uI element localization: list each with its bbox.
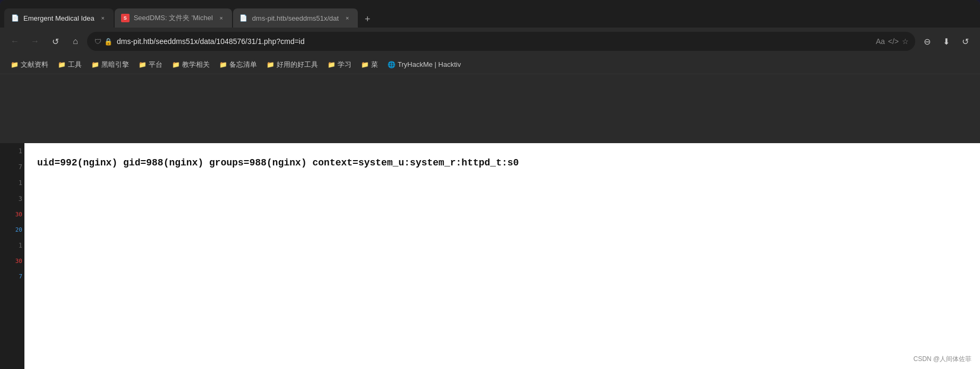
refresh-icon: ↺ [52, 37, 59, 47]
tab-dms-pit[interactable]: 📄 dms-pit.htb/seeddms51x/dat × [233, 8, 358, 28]
indicator-7-blue: 7 [2, 273, 22, 280]
folder-icon: 📁 [11, 61, 19, 68]
line-num-3: 3 [2, 195, 22, 203]
bottom-attribution: CSDN @人间体佐菲 [913, 355, 972, 364]
tab3-title: dms-pit.htb/seeddms51x/dat [252, 14, 339, 22]
forward-button[interactable]: → [27, 33, 44, 50]
bookmark-jiaoxue-label: 教学相关 [182, 60, 210, 69]
forward-icon: → [31, 37, 39, 46]
nav-bar: ← → ↺ ⌂ 🛡 🔒 Aa </> ☆ ⊖ [0, 28, 980, 55]
bookmark-heidark[interactable]: 📁 黑暗引擎 [87, 58, 133, 72]
address-bar-left-icons: 🛡 🔒 [93, 37, 113, 46]
bookmark-haoyong[interactable]: 📁 好用的好工具 [262, 58, 322, 72]
folder-icon: 📁 [139, 61, 147, 68]
home-button[interactable]: ⌂ [67, 33, 84, 50]
folder-icon: 📁 [58, 61, 66, 68]
line-num-1b: 1 [2, 179, 22, 187]
home-icon: ⌂ [73, 37, 78, 46]
tab-emergent-medical-idea[interactable]: 📄 Emergent Medical Idea × [4, 8, 114, 28]
bookmark-pingtai-label: 平台 [149, 60, 162, 69]
bookmark-cai-label: 菜 [371, 60, 378, 69]
bookmark-jiaoxue[interactable]: 📁 教学相关 [168, 58, 214, 72]
history-back-button[interactable]: ↺ [957, 33, 974, 50]
tab-bar: 📄 Emergent Medical Idea × S SeedDMS: 文件夹… [0, 0, 980, 28]
folder-icon: 📁 [267, 61, 274, 68]
line-num-1c: 1 [2, 242, 22, 249]
download-button[interactable]: ⬇ [938, 33, 955, 50]
folder-icon: 📁 [361, 61, 369, 68]
tab2-title: SeedDMS: 文件夹 'Michel [134, 13, 213, 23]
bookmark-beiwang-label: 备忘清单 [229, 60, 257, 69]
download-icon: ⬇ [943, 37, 950, 47]
left-code-panel: 1 7 1 3 30 20 1 30 7 [0, 143, 24, 369]
bookmark-xuexi-label: 学习 [338, 60, 351, 69]
tab1-favicon-icon: 📄 [11, 14, 19, 22]
bookmark-haoyong-label: 好用的好工具 [277, 60, 318, 69]
tab2-favicon-icon: S [121, 14, 130, 22]
bookmark-cai[interactable]: 📁 菜 [357, 58, 382, 72]
folder-icon: 📁 [172, 61, 180, 68]
lock-icon: 🔒 [104, 37, 113, 46]
address-input[interactable] [117, 37, 872, 46]
bookmark-wenxian-label: 文献资料 [21, 60, 48, 69]
nav-right-icons: ⊖ ⬇ ↺ [918, 33, 974, 50]
bookmark-heidark-label: 黑暗引擎 [101, 60, 129, 69]
pocket-button[interactable]: ⊖ [918, 33, 935, 50]
bookmark-wenxian[interactable]: 📁 文献资料 [6, 58, 53, 72]
tab3-close-button[interactable]: × [343, 14, 351, 22]
bookmark-beiwang[interactable]: 📁 备忘清单 [215, 58, 261, 72]
new-tab-button[interactable]: + [359, 11, 376, 28]
tab-seeddms[interactable]: S SeedDMS: 文件夹 'Michel × [115, 8, 232, 28]
address-bar-right-icons: Aa </> ☆ [876, 37, 909, 46]
indicator-20-blue: 20 [2, 226, 22, 233]
folder-icon: 📁 [219, 61, 227, 68]
tab2-close-button[interactable]: × [217, 14, 226, 22]
page-output: uid=992(nginx) gid=988(nginx) groups=988… [37, 156, 967, 170]
indicator-30b-red: 30 [2, 258, 22, 265]
bookmark-tryhackme-label: TryHackMe | Hacktiv [398, 60, 461, 68]
line-num-7: 7 [2, 163, 22, 171]
bookmark-star-icon[interactable]: ☆ [902, 37, 909, 46]
translate-icon[interactable]: Aa [876, 37, 885, 46]
back-button[interactable]: ← [6, 33, 23, 50]
line-num-1: 1 [2, 147, 22, 155]
tab1-close-button[interactable]: × [99, 14, 107, 22]
tab1-title: Emergent Medical Idea [23, 14, 94, 22]
shield-icon: 🛡 [93, 37, 102, 46]
bookmark-gongju[interactable]: 📁 工具 [54, 58, 86, 72]
page-content: uid=992(nginx) gid=988(nginx) groups=988… [24, 143, 980, 369]
back-icon: ← [11, 37, 19, 46]
folder-icon: 📁 [91, 61, 99, 68]
bookmark-xuexi[interactable]: 📁 学习 [323, 58, 356, 72]
history-icon: ↺ [962, 37, 969, 47]
globe-icon: 🌐 [388, 61, 396, 68]
bookmark-pingtai[interactable]: 📁 平台 [134, 58, 167, 72]
bookmark-gongju-label: 工具 [68, 60, 82, 69]
browser-chrome: 📄 Emergent Medical Idea × S SeedDMS: 文件夹… [0, 0, 980, 143]
address-bar[interactable]: 🛡 🔒 Aa </> ☆ [87, 32, 915, 51]
pocket-icon: ⊖ [924, 37, 931, 47]
reader-view-icon[interactable]: </> [888, 37, 899, 46]
folder-icon: 📁 [328, 61, 336, 68]
indicator-30-red: 30 [2, 211, 22, 218]
bookmarks-bar: 📁 文献资料 📁 工具 📁 黑暗引擎 📁 平台 📁 教学相关 📁 备忘清单 📁 … [0, 55, 980, 74]
refresh-button[interactable]: ↺ [47, 33, 64, 50]
tab3-favicon-icon: 📄 [239, 14, 248, 22]
bookmark-tryhackme[interactable]: 🌐 TryHackMe | Hacktiv [383, 58, 465, 71]
